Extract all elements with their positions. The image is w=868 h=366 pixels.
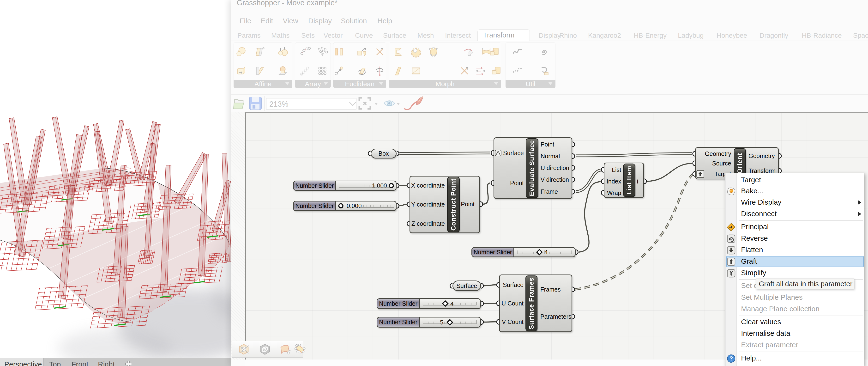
svg-text:?: ? — [730, 355, 733, 362]
